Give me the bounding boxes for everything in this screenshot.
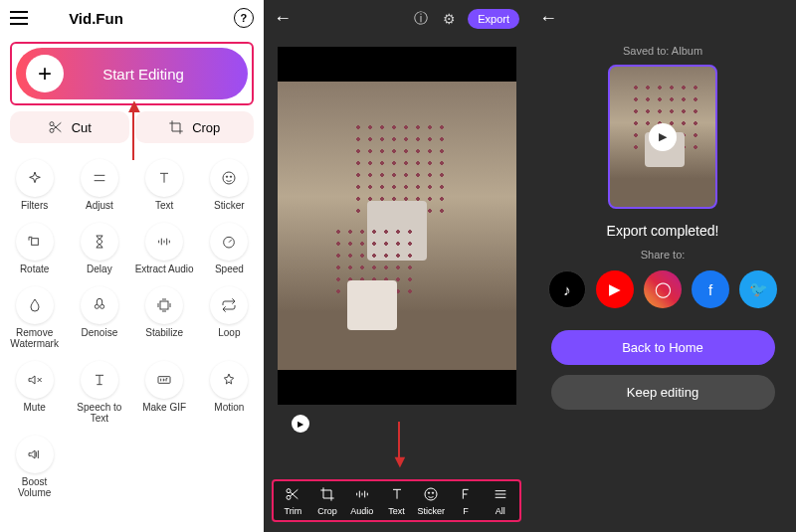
audio-icon <box>354 485 370 503</box>
tool-label: Remove Watermark <box>4 327 65 349</box>
start-editing-button[interactable]: + Start Editing <box>16 48 248 99</box>
share-youtube-button[interactable]: ▶ <box>596 270 634 308</box>
toolbar-crop[interactable]: Crop <box>310 485 345 516</box>
toolbar-smile[interactable]: Sticker <box>414 485 449 516</box>
home-panel: Vid.Fun ? + Start Editing ▲ Cut Crop Fil… <box>0 0 264 532</box>
share-tiktok-button[interactable]: ♪ <box>548 270 586 308</box>
text-icon <box>145 159 183 197</box>
tool-mute[interactable]: Mute <box>2 355 67 430</box>
tool-label: Speech to Text <box>69 402 129 424</box>
saved-label: Saved to: Album <box>623 45 702 57</box>
svg-rect-9 <box>160 301 168 309</box>
back-button[interactable]: ← <box>274 8 292 29</box>
share-instagram-button[interactable]: ◯ <box>644 270 682 308</box>
crop-label: Crop <box>192 120 220 135</box>
tool-water[interactable]: Remove Watermark <box>2 280 67 355</box>
tool-label: Loop <box>218 327 240 338</box>
settings-icon[interactable]: ⚙ <box>440 10 458 28</box>
toolbar-label: Trim <box>285 506 302 516</box>
editor-header: ← ⓘ ⚙ Export <box>264 0 529 37</box>
toolbar-text[interactable]: Text <box>379 485 414 516</box>
extract-audio-icon <box>145 223 183 261</box>
back-to-home-button[interactable]: Back to Home <box>551 330 775 365</box>
tool-smile[interactable]: Sticker <box>197 153 262 217</box>
toolbar-scissors[interactable]: Trim <box>276 485 310 516</box>
tool-sparkle[interactable]: Filters <box>2 153 67 217</box>
water-icon <box>16 286 54 324</box>
export-header: ← <box>529 0 796 37</box>
home-header: Vid.Fun ? <box>0 0 264 36</box>
svg-point-12 <box>287 495 291 499</box>
svg-point-3 <box>227 176 228 177</box>
smile-icon <box>210 159 248 197</box>
toolbar-f[interactable]: F <box>449 485 484 516</box>
tool-text[interactable]: Text <box>132 153 197 217</box>
video-frame <box>278 82 516 370</box>
smile-icon <box>423 485 439 503</box>
export-panel: ← Saved to: Album ▶ Export completed! Sh… <box>529 0 796 532</box>
svg-point-4 <box>231 176 232 177</box>
share-label: Share to: <box>641 249 686 261</box>
stabilize-icon <box>145 286 183 324</box>
svg-point-7 <box>95 304 99 308</box>
help-icon[interactable]: ? <box>234 8 254 28</box>
editor-panel: ← ⓘ ⚙ Export ▶ ▼ TrimCropAudioTextSticke… <box>264 0 529 532</box>
scissors-icon <box>285 485 300 503</box>
scissors-icon <box>48 119 64 135</box>
tool-gif[interactable]: Make GIF <box>132 355 197 430</box>
boost-icon <box>16 436 54 473</box>
svg-point-0 <box>50 122 54 126</box>
toolbar-label: Audio <box>350 506 373 516</box>
tool-hourglass[interactable]: Delay <box>67 217 131 280</box>
play-button[interactable]: ▶ <box>292 415 309 433</box>
share-twitter-button[interactable]: 🐦 <box>739 270 777 308</box>
svg-point-1 <box>50 128 54 132</box>
tool-extract-audio[interactable]: Extract Audio <box>132 217 197 280</box>
svg-point-2 <box>223 172 235 184</box>
svg-point-15 <box>433 492 434 493</box>
cut-label: Cut <box>72 120 92 135</box>
back-button[interactable]: ← <box>539 8 786 29</box>
mute-icon <box>16 361 54 399</box>
rotate-icon <box>16 223 54 261</box>
svg-point-11 <box>287 489 291 493</box>
cut-button[interactable]: Cut <box>10 111 129 143</box>
tool-label: Boost Volume <box>4 476 65 498</box>
motion-icon <box>210 361 248 399</box>
toolbar-highlight: TrimCropAudioTextStickerFAll <box>272 479 521 522</box>
text-icon <box>389 485 405 503</box>
tool-loop[interactable]: Loop <box>197 280 262 355</box>
keep-editing-button[interactable]: Keep editing <box>551 375 775 410</box>
tool-sliders[interactable]: Adjust <box>67 153 131 217</box>
annotation-arrow: ▲ <box>124 94 144 117</box>
tool-stabilize[interactable]: Stabilize <box>132 280 197 355</box>
toolbar-label: Text <box>388 506 405 516</box>
toolbar-label: Crop <box>317 506 337 516</box>
tool-label: Mute <box>24 402 46 413</box>
crop-icon <box>319 485 335 503</box>
tool-rotate[interactable]: Rotate <box>2 217 67 280</box>
gif-icon <box>145 361 183 399</box>
video-thumbnail[interactable]: ▶ <box>608 65 717 209</box>
sparkle-icon <box>16 159 54 197</box>
export-button[interactable]: Export <box>468 9 519 29</box>
tool-speech[interactable]: Speech to Text <box>67 355 131 430</box>
video-preview[interactable]: ▶ <box>278 47 516 405</box>
tool-speed[interactable]: Speed <box>197 217 262 280</box>
social-row: ♪▶◯f🐦 <box>548 270 777 308</box>
play-icon: ▶ <box>649 123 677 151</box>
share-facebook-button[interactable]: f <box>692 270 729 308</box>
toolbar-all[interactable]: All <box>483 485 517 516</box>
tool-label: Speed <box>215 264 244 274</box>
tool-boost[interactable]: Boost Volume <box>2 430 67 504</box>
menu-icon[interactable] <box>10 11 28 25</box>
crop-button[interactable]: Crop <box>135 111 255 143</box>
svg-rect-5 <box>31 239 38 246</box>
f-icon <box>458 485 474 503</box>
help-icon[interactable]: ⓘ <box>412 10 430 28</box>
tool-motion[interactable]: Motion <box>197 355 262 430</box>
tool-denoise[interactable]: Denoise <box>67 280 131 355</box>
toolbar-audio[interactable]: Audio <box>344 485 379 516</box>
tool-label: Rotate <box>20 264 49 274</box>
toolbar-label: Sticker <box>417 506 445 516</box>
